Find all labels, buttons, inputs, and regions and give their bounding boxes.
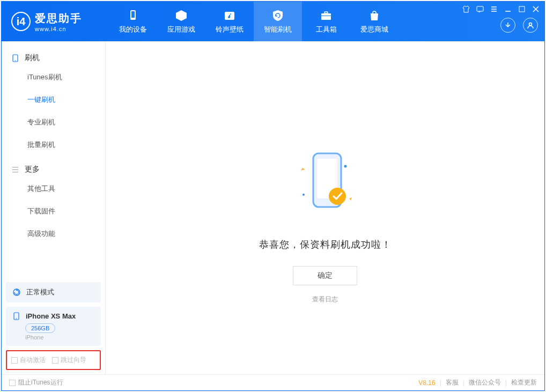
checkbox-label: 跳过向导 (61, 356, 86, 365)
svg-point-15 (16, 318, 17, 319)
svg-rect-3 (131, 11, 135, 18)
svg-point-20 (329, 188, 346, 205)
device-mode-box[interactable]: 正常模式 (6, 282, 101, 302)
brand-name: 爱思助手 (35, 11, 82, 26)
check-update-link[interactable]: 检查更新 (511, 378, 537, 387)
maximize-icon[interactable] (518, 5, 526, 13)
section-label: 更多 (25, 165, 40, 174)
main-content: 恭喜您，保资料刷机成功啦！ 确定 查看日志 (106, 41, 544, 374)
svg-point-10 (529, 23, 532, 26)
sidebar-item-pro-flash[interactable]: 专业刷机 (27, 111, 105, 134)
sidebar-section-more: 更多 (2, 161, 105, 177)
window-controls (462, 5, 540, 13)
device-icon (127, 9, 139, 22)
checkbox-icon (11, 357, 18, 364)
sidebar-item-download-firmware[interactable]: 下载固件 (27, 200, 105, 223)
checkbox-skip-guide[interactable]: 跳过向导 (52, 356, 86, 365)
more-items: 其他工具 下载固件 高级功能 (2, 177, 105, 245)
minimize-icon[interactable] (504, 5, 512, 13)
separator: | (505, 379, 507, 387)
status-bar: 阻止iTunes运行 V8.16 | 客服 | 微信公众号 | 检查更新 (2, 374, 544, 390)
nav-label: 我的设备 (119, 25, 147, 34)
options-highlight-box: 自动激活 跳过向导 (6, 350, 101, 370)
feedback-icon[interactable] (476, 5, 484, 13)
close-icon[interactable] (532, 5, 540, 13)
briefcase-icon (320, 9, 333, 22)
section-label: 刷机 (25, 53, 40, 63)
phone-success-icon (271, 144, 379, 224)
nav-label: 工具箱 (316, 25, 337, 34)
checkbox-label: 阻止iTunes运行 (18, 378, 63, 387)
nav-ringtones[interactable]: 铃声壁纸 (205, 2, 254, 41)
svg-rect-5 (321, 13, 331, 20)
sidebar-item-oneclick-flash[interactable]: 一键刷机 (27, 88, 105, 111)
app-logo-icon: i4 (11, 12, 31, 31)
nav-smart-flash[interactable]: 智能刷机 (254, 2, 302, 41)
sidebar-item-batch-flash[interactable]: 批量刷机 (27, 134, 105, 156)
checkbox-block-itunes[interactable]: 阻止iTunes运行 (9, 378, 63, 387)
download-icon (504, 21, 512, 29)
checkbox-auto-activate[interactable]: 自动激活 (11, 356, 46, 365)
sidebar-section-flash: 刷机 (2, 50, 105, 66)
checkbox-label: 自动激活 (20, 356, 46, 365)
user-icon (527, 21, 534, 29)
svg-rect-6 (324, 12, 328, 13)
nav-label: 应用游戏 (167, 25, 195, 34)
separator: | (463, 379, 464, 387)
sidebar: 刷机 iTunes刷机 一键刷机 专业刷机 批量刷机 更多 其他工具 下载固件 … (2, 41, 106, 374)
view-log-link[interactable]: 查看日志 (312, 295, 338, 304)
device-storage: 256GB (25, 323, 55, 333)
nav-toolbox[interactable]: 工具箱 (302, 2, 350, 41)
shirt-icon[interactable] (462, 5, 470, 13)
sidebar-bottom: 正常模式 iPhone XS Max 256GB iPhone 自动激活 跳过向… (2, 282, 105, 374)
cube-icon (175, 9, 188, 22)
mode-label: 正常模式 (26, 287, 54, 297)
list-icon (11, 166, 19, 174)
device-subtype: iPhone (25, 334, 94, 341)
brand-url: www.i4.cn (35, 26, 82, 32)
svg-point-17 (344, 165, 347, 168)
refresh-icon (12, 288, 21, 297)
header-actions (500, 18, 538, 33)
separator: | (440, 379, 441, 387)
music-folder-icon (223, 9, 236, 22)
support-link[interactable]: 客服 (446, 378, 459, 387)
download-button[interactable] (500, 18, 515, 33)
svg-point-12 (15, 60, 16, 61)
nav-my-device[interactable]: 我的设备 (109, 2, 157, 41)
flash-items: iTunes刷机 一键刷机 专业刷机 批量刷机 (2, 66, 105, 156)
device-name: iPhone XS Max (26, 312, 76, 320)
nav-store[interactable]: 爱思商城 (350, 2, 399, 41)
shopping-bag-icon (368, 9, 381, 22)
phone-icon (11, 54, 19, 62)
svg-text:i4: i4 (17, 16, 26, 27)
ok-button[interactable]: 确定 (293, 266, 357, 285)
body: 刷机 iTunes刷机 一键刷机 专业刷机 批量刷机 更多 其他工具 下载固件 … (2, 41, 544, 374)
app-window: i4 爱思助手 www.i4.cn 我的设备 应用游戏 铃声壁纸 智能刷机 (1, 1, 545, 391)
success-message: 恭喜您，保资料刷机成功啦！ (259, 238, 392, 251)
top-nav: 我的设备 应用游戏 铃声壁纸 智能刷机 工具箱 爱思商城 (109, 2, 399, 41)
sidebar-item-advanced[interactable]: 高级功能 (27, 223, 105, 245)
svg-point-16 (302, 194, 305, 196)
sidebar-item-other-tools[interactable]: 其他工具 (27, 177, 105, 200)
nav-apps-games[interactable]: 应用游戏 (157, 2, 205, 41)
sidebar-item-itunes-flash[interactable]: iTunes刷机 (27, 66, 105, 88)
shield-refresh-icon (271, 9, 284, 22)
user-button[interactable] (523, 18, 538, 33)
svg-rect-8 (477, 6, 483, 11)
nav-label: 智能刷机 (264, 25, 292, 34)
nav-label: 爱思商城 (360, 25, 388, 34)
checkbox-icon (52, 357, 58, 364)
success-illustration (271, 144, 379, 224)
menu-icon[interactable] (490, 5, 498, 13)
logo-area: i4 爱思助手 www.i4.cn (2, 11, 109, 32)
nav-label: 铃声壁纸 (216, 25, 244, 34)
header: i4 爱思助手 www.i4.cn 我的设备 应用游戏 铃声壁纸 智能刷机 (2, 2, 544, 41)
checkbox-icon (9, 380, 16, 386)
device-info-box[interactable]: iPhone XS Max 256GB iPhone (6, 307, 101, 346)
svg-rect-7 (321, 16, 331, 16)
version-label: V8.16 (418, 379, 435, 387)
phone-icon (12, 312, 20, 320)
svg-rect-9 (519, 6, 525, 12)
wechat-link[interactable]: 微信公众号 (469, 378, 501, 387)
